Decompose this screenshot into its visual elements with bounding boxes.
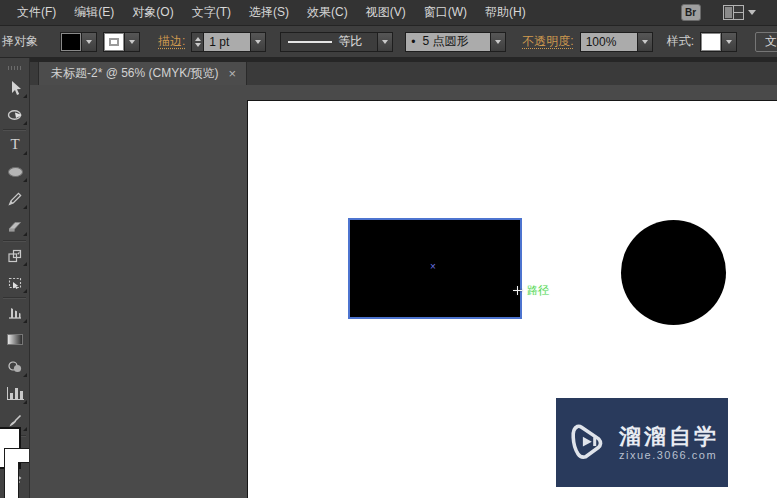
stroke-profile-value: 等比 (338, 33, 362, 50)
type-tool-icon[interactable]: T (0, 131, 30, 158)
stroke-weight-control[interactable]: 1 pt (191, 32, 266, 52)
smart-guide-label: 路径 (527, 283, 549, 298)
fill-color-swatch[interactable] (61, 33, 81, 51)
menu-effect[interactable]: 效果(C) (298, 4, 357, 21)
menu-help[interactable]: 帮助(H) (476, 4, 535, 21)
eraser-tool-icon[interactable] (0, 212, 30, 239)
control-bar: 择对象 描边: 1 pt 等比 • 5 点圆形 不透明度: 100% 样式: (0, 26, 777, 58)
style-swatch[interactable] (701, 33, 721, 51)
watermark: 溜溜自学 zixue.3066.com (556, 398, 728, 487)
play-logo-icon (565, 419, 609, 467)
menu-select[interactable]: 选择(S) (240, 4, 298, 21)
fill-color-control[interactable] (60, 32, 97, 52)
circle-shape[interactable] (621, 220, 726, 325)
ellipse-tool-icon[interactable] (0, 158, 30, 185)
main-area: 未标题-2* @ 56% (CMYK/预览) × T (0, 58, 777, 498)
fill-dropdown-button[interactable] (81, 33, 96, 51)
selection-tool-icon[interactable] (0, 74, 30, 101)
blend-tool-icon[interactable] (0, 353, 30, 380)
bridge-icon[interactable]: Br (681, 4, 701, 21)
menu-window[interactable]: 窗口(W) (415, 4, 476, 21)
stroke-weight-field[interactable]: 1 pt (204, 33, 250, 51)
brush-definition-dropdown[interactable] (490, 33, 505, 51)
menu-view[interactable]: 视图(V) (357, 4, 415, 21)
menu-file[interactable]: 文件(F) (8, 4, 65, 21)
document-tab-bar: 未标题-2* @ 56% (CMYK/预览) × (30, 58, 777, 85)
stroke-color-swatch[interactable] (104, 33, 124, 51)
rectangle-center-anchor: × (430, 262, 436, 272)
document-tab[interactable]: 未标题-2* @ 56% (CMYK/预览) × (38, 62, 247, 85)
watermark-url: zixue.3066.com (619, 449, 717, 461)
menu-bar: 文件(F) 编辑(E) 对象(O) 文字(T) 选择(S) 效果(C) 视图(V… (0, 0, 777, 26)
stroke-color-control[interactable] (103, 32, 140, 52)
pencil-tool-icon[interactable] (0, 185, 30, 212)
panel-grip[interactable] (8, 66, 22, 70)
document-tab-title: 未标题-2* @ 56% (CMYK/预览) (51, 65, 219, 82)
brush-definition-control[interactable]: • 5 点圆形 (405, 32, 506, 52)
brush-definition-value: 5 点圆形 (423, 33, 469, 50)
stroke-profile-control[interactable]: 等比 (280, 32, 393, 52)
tools-panel: T (0, 58, 30, 498)
artboard-tool-icon[interactable] (0, 269, 30, 296)
menu-object[interactable]: 对象(O) (123, 4, 182, 21)
workspace-switcher[interactable] (723, 5, 756, 20)
stroke-panel-link[interactable]: 描边: (158, 33, 185, 50)
workspace-layout-icon (723, 5, 744, 20)
stroke-dropdown-button[interactable] (124, 33, 139, 51)
watermark-title: 溜溜自学 (619, 424, 719, 449)
menu-edit[interactable]: 编辑(E) (65, 4, 123, 21)
style-control[interactable] (700, 32, 737, 52)
style-dropdown[interactable] (721, 33, 736, 51)
menu-type[interactable]: 文字(T) (183, 4, 240, 21)
stroke-profile-preview (288, 41, 332, 43)
perspective-grid-tool-icon[interactable] (0, 299, 30, 326)
opacity-dropdown[interactable] (637, 33, 652, 51)
opacity-field[interactable]: 100% (581, 33, 637, 51)
gradient-tool-icon[interactable] (0, 326, 30, 353)
mode-label: 择对象 (2, 33, 38, 50)
document-setup-button[interactable]: 文档设置 (755, 32, 777, 52)
style-label: 样式: (667, 33, 694, 50)
free-transform-tool-icon[interactable] (0, 242, 30, 269)
column-graph-tool-icon[interactable] (0, 380, 30, 407)
stroke-weight-dropdown[interactable] (250, 33, 265, 51)
brush-bullet-icon: • (411, 35, 415, 49)
close-icon[interactable]: × (229, 67, 237, 80)
stroke-swatch[interactable] (5, 449, 30, 498)
stroke-profile-dropdown[interactable] (377, 33, 392, 51)
lasso-selection-tool-icon[interactable] (0, 101, 30, 128)
chevron-down-icon (748, 10, 756, 15)
stroke-weight-stepper[interactable] (192, 33, 204, 51)
opacity-panel-link[interactable]: 不透明度: (522, 33, 573, 50)
pen-cursor-icon (513, 286, 522, 295)
opacity-control[interactable]: 100% (580, 32, 653, 52)
